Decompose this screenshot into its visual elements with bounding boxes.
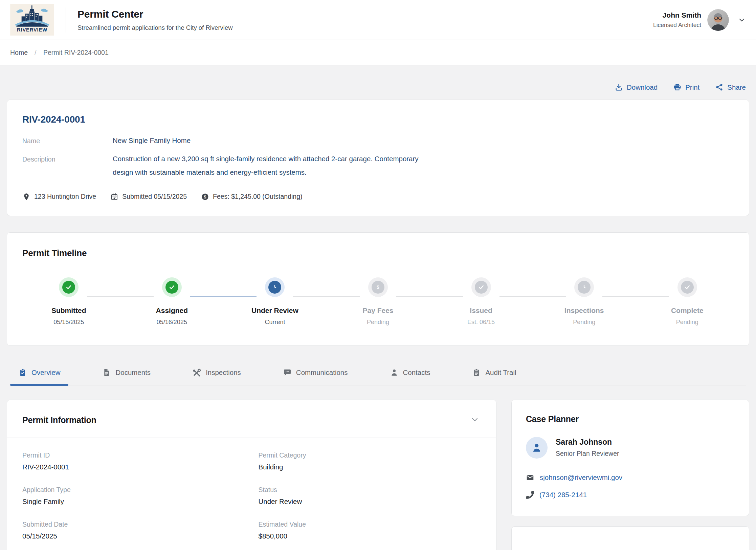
tools-icon xyxy=(193,368,201,377)
timeline-step-inspections: InspectionsPending xyxy=(533,277,636,326)
clipboard-check-icon xyxy=(18,368,27,377)
field-value: 05/15/2025 xyxy=(22,532,245,540)
share-button[interactable]: Share xyxy=(715,83,746,91)
collapse-section-button[interactable] xyxy=(469,414,481,427)
phone-icon xyxy=(526,491,534,499)
svg-text:$: $ xyxy=(204,195,206,199)
meta-text: 123 Huntington Drive xyxy=(34,193,96,200)
tab-inspections[interactable]: Inspections xyxy=(184,363,249,385)
action-label: Print xyxy=(685,83,699,91)
logo-line1: CITY OF xyxy=(26,23,38,26)
info-field-permit-category: Permit CategoryBuilding xyxy=(259,451,481,471)
timeline-step-complete: CompletePending xyxy=(636,277,739,326)
planner-phone-link[interactable]: (734) 285-2141 xyxy=(539,491,587,499)
field-value: Single Family xyxy=(22,498,245,506)
case-planner-card: Case Planner Sarah Johnson Senior Plan R… xyxy=(511,400,749,516)
tabs-bar: OverviewDocumentsInspectionsCommunicatio… xyxy=(10,363,746,385)
step-sublabel: Pending xyxy=(573,319,595,326)
permit-timeline-card: Permit Timeline Submitted05/15/2025Assig… xyxy=(7,232,749,346)
share-icon xyxy=(715,83,724,91)
planner-avatar xyxy=(526,437,548,459)
info-field-estimated-value: Estimated Value$850,000 xyxy=(259,521,481,540)
breadcrumb-current: Permit RIV-2024-0001 xyxy=(43,49,109,57)
check-glyph xyxy=(684,283,691,291)
tab-label: Inspections xyxy=(206,368,241,377)
permit-description-value: Construction of a new 3,200 sq ft single… xyxy=(113,152,419,179)
planner-role: Senior Plan Reviewer xyxy=(556,450,619,458)
timeline-steps: Submitted05/15/2025Assigned05/16/2025Und… xyxy=(17,277,739,326)
person-icon xyxy=(390,368,399,377)
chevron-down-icon[interactable] xyxy=(738,16,746,24)
document-icon xyxy=(102,368,111,377)
step-label: Pay Fees xyxy=(362,306,393,315)
user-menu[interactable]: John Smith Licensed Architect xyxy=(653,9,746,31)
next-section-card xyxy=(511,526,749,550)
dollar-circle-icon: $ xyxy=(201,193,209,201)
user-name: John Smith xyxy=(653,11,701,19)
download-icon xyxy=(615,83,623,91)
user-avatar[interactable] xyxy=(707,9,729,31)
tab-label: Communications xyxy=(296,368,348,377)
tab-audit-trail[interactable]: Audit Trail xyxy=(464,363,524,385)
field-label: Estimated Value xyxy=(259,521,481,528)
breadcrumb-home[interactable]: Home xyxy=(10,49,28,57)
location-pin-icon xyxy=(22,193,30,201)
meta-text: Fees: $1,245.00 (Outstanding) xyxy=(213,193,303,200)
permit-meta-item: $Fees: $1,245.00 (Outstanding) xyxy=(201,193,303,201)
field-value: RIV-2024-0001 xyxy=(22,463,245,471)
meta-text: Submitted 05/15/2025 xyxy=(122,193,187,200)
info-field-submitted-date: Submitted Date05/15/2025 xyxy=(22,521,245,540)
step-sublabel: Est. 06/15 xyxy=(467,319,495,326)
step-sublabel: Pending xyxy=(676,319,698,326)
step-label: Inspections xyxy=(564,306,604,315)
download-button[interactable]: Download xyxy=(615,83,658,91)
permit-meta-row: 123 Huntington DriveSubmitted 05/15/2025… xyxy=(22,193,734,201)
tab-label: Audit Trail xyxy=(485,368,516,377)
tab-label: Overview xyxy=(31,368,60,377)
field-label: Permit ID xyxy=(22,451,245,459)
info-field-permit-id: Permit IDRIV-2024-0001 xyxy=(22,451,245,471)
case-planner-title: Case Planner xyxy=(526,414,735,424)
print-button[interactable]: Print xyxy=(673,83,699,91)
tab-documents[interactable]: Documents xyxy=(94,363,159,385)
timeline-title: Permit Timeline xyxy=(22,248,734,258)
chat-icon xyxy=(283,368,292,377)
envelope-icon xyxy=(526,473,534,482)
step-status-icon: $ xyxy=(368,277,388,297)
planner-email-link[interactable]: sjohnson@riverviewmi.gov xyxy=(540,473,622,482)
permit-name-value: New Single Family Home xyxy=(113,134,191,147)
check-glyph xyxy=(477,283,485,291)
step-status-icon xyxy=(677,277,697,297)
step-label: Complete xyxy=(671,306,704,315)
field-value: Under Review xyxy=(259,498,481,506)
tab-communications[interactable]: Communications xyxy=(275,363,356,385)
step-label: Submitted xyxy=(51,306,86,315)
logo-line2: RIVERVIEW xyxy=(17,27,47,33)
field-label: Permit Category xyxy=(259,451,481,459)
header-divider xyxy=(66,7,66,33)
timeline-step-under-review: Under ReviewCurrent xyxy=(223,277,327,326)
step-label: Under Review xyxy=(251,306,298,315)
step-status-icon xyxy=(59,277,79,297)
step-sublabel: Current xyxy=(265,319,285,326)
field-label: Status xyxy=(259,486,481,494)
tab-label: Contacts xyxy=(403,368,430,377)
clock-glyph xyxy=(580,283,588,291)
svg-text:$: $ xyxy=(377,285,379,290)
permit-meta-item: Submitted 05/15/2025 xyxy=(110,193,187,201)
timeline-step-pay-fees: $Pay FeesPending xyxy=(327,277,430,326)
step-sublabel: 05/16/2025 xyxy=(157,319,187,326)
page-subtitle: Streamlined permit applications for the … xyxy=(77,24,233,31)
city-logo: CITY OF RIVERVIEW xyxy=(10,4,54,36)
field-value: $850,000 xyxy=(259,532,481,540)
permit-information-fields: Permit IDRIV-2024-0001Permit CategoryBui… xyxy=(7,438,496,550)
tab-contacts[interactable]: Contacts xyxy=(382,363,439,385)
timeline-step-issued: IssuedEst. 06/15 xyxy=(429,277,533,326)
timeline-step-assigned: Assigned05/16/2025 xyxy=(120,277,224,326)
tab-overview[interactable]: Overview xyxy=(10,363,68,385)
page-title: Permit Center xyxy=(77,8,233,20)
step-sublabel: 05/15/2025 xyxy=(53,319,84,326)
user-role: Licensed Architect xyxy=(653,22,701,29)
field-value: Building xyxy=(259,463,481,471)
step-label: Assigned xyxy=(156,306,188,315)
